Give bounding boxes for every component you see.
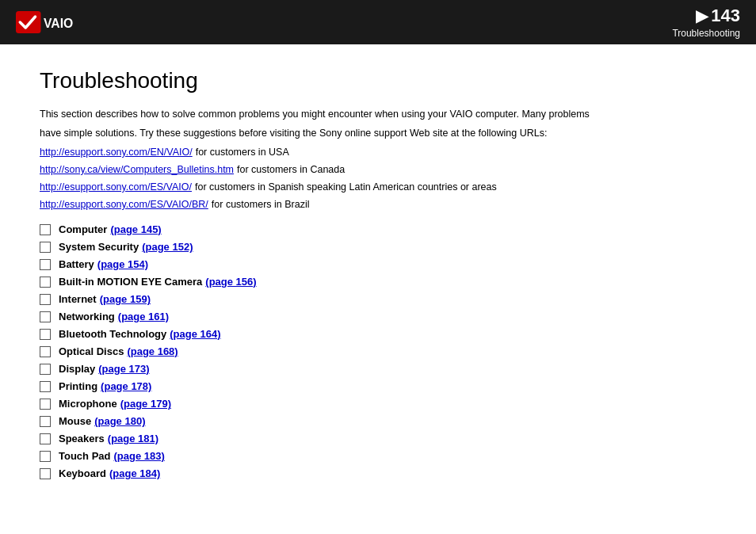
toc-page-link[interactable]: (page 156) [205,276,256,288]
link-canada[interactable]: http://sony.ca/view/Computers_Bulletins.… [40,162,234,177]
toc-page-link[interactable]: (page 180) [94,415,145,427]
checkbox-icon [40,259,51,270]
checkbox-icon [40,294,51,305]
toc-page-link[interactable]: (page 161) [118,311,169,322]
checkbox-icon [40,277,51,288]
arrow-icon: ▶ [696,6,708,25]
toc-label: Mouse [59,415,91,427]
toc-page-link[interactable]: (page 152) [142,241,193,253]
link-spanish[interactable]: http://esupport.sony.com/ES/VAIO/ [40,179,192,195]
link-line-0: http://esupport.sony.com/EN/VAIO/ for cu… [40,144,716,160]
toc-label: Internet [59,293,97,305]
toc-item: Battery (page 154) [40,258,716,270]
toc-list: Computer (page 145)System Security (page… [40,223,716,479]
toc-page-link[interactable]: (page 164) [170,328,220,340]
checkbox-icon [40,311,51,322]
main-content: Troubleshooting This section describes h… [0,44,756,534]
svg-text:VAIO: VAIO [44,17,73,30]
checkbox-icon [40,468,51,479]
checkbox-icon [40,381,51,392]
toc-page-link[interactable]: (page 154) [97,258,148,270]
toc-item: Keyboard (page 184) [40,467,716,479]
toc-page-link[interactable]: (page 181) [108,433,158,444]
toc-item: Mouse (page 180) [40,415,716,427]
link-line-3: http://esupport.sony.com/ES/VAIO/BR/ for… [40,196,716,212]
toc-item: Computer (page 145) [40,223,716,235]
toc-label: Display [59,363,95,375]
section-label: Troubleshooting [672,28,740,39]
toc-page-link[interactable]: (page 173) [98,363,149,375]
toc-label: Computer [59,223,107,235]
toc-label: Touch Pad [59,450,110,462]
vaio-logo: VAIO [16,11,86,33]
link-line-1: http://sony.ca/view/Computers_Bulletins.… [40,162,716,177]
toc-page-link[interactable]: (page 179) [120,398,171,410]
toc-page-link[interactable]: (page 168) [127,345,178,357]
toc-item: System Security (page 152) [40,241,716,253]
intro-line2: have simple solutions. Try these suggest… [40,125,716,141]
checkbox-icon [40,451,51,462]
header-right: ▶ 143 Troubleshooting [672,6,740,39]
checkbox-icon [40,364,51,375]
toc-label: Optical Discs [59,345,124,357]
toc-item: Printing (page 178) [40,380,716,392]
page-title: Troubleshooting [40,68,716,93]
toc-item: Bluetooth Technology (page 164) [40,328,716,340]
link-line-2: http://esupport.sony.com/ES/VAIO/ for cu… [40,179,716,195]
intro-line1: This section describes how to solve comm… [40,106,716,122]
checkbox-icon [40,433,51,444]
checkbox-icon [40,399,51,410]
header: VAIO ▶ 143 Troubleshooting [0,0,756,44]
toc-page-link[interactable]: (page 183) [113,450,164,462]
toc-page-link[interactable]: (page 159) [100,293,151,305]
toc-page-link[interactable]: (page 184) [109,467,160,479]
checkbox-icon [40,346,51,357]
link-brazil-suffix: for customers in Brazil [212,196,310,212]
link-brazil[interactable]: http://esupport.sony.com/ES/VAIO/BR/ [40,196,208,212]
toc-label: Speakers [59,433,105,444]
toc-label: Printing [59,380,97,392]
toc-item: Networking (page 161) [40,311,716,322]
toc-item: Display (page 173) [40,363,716,375]
link-canada-suffix: for customers in Canada [237,162,345,177]
checkbox-icon [40,224,51,235]
toc-item: Touch Pad (page 183) [40,450,716,462]
toc-label: Battery [59,258,94,270]
toc-item: Built-in MOTION EYE Camera (page 156) [40,276,716,288]
checkbox-icon [40,242,51,253]
link-spanish-suffix: for customers in Spanish speaking Latin … [195,179,497,195]
toc-label: Microphone [59,398,117,410]
toc-label: Built-in MOTION EYE Camera [59,276,202,288]
toc-item: Microphone (page 179) [40,398,716,410]
page-number-line: ▶ 143 [696,6,740,26]
toc-page-link[interactable]: (page 178) [101,380,151,392]
toc-item: Speakers (page 181) [40,433,716,444]
toc-label: Networking [59,311,115,322]
link-usa-suffix: for customers in USA [196,144,289,160]
toc-label: System Security [59,241,139,253]
page-number: 143 [711,6,740,26]
checkbox-icon [40,416,51,427]
link-usa[interactable]: http://esupport.sony.com/EN/VAIO/ [40,144,193,160]
toc-label: Keyboard [59,467,106,479]
toc-item: Internet (page 159) [40,293,716,305]
checkbox-icon [40,329,51,340]
toc-item: Optical Discs (page 168) [40,345,716,357]
toc-label: Bluetooth Technology [59,328,166,340]
toc-page-link[interactable]: (page 145) [110,223,161,235]
